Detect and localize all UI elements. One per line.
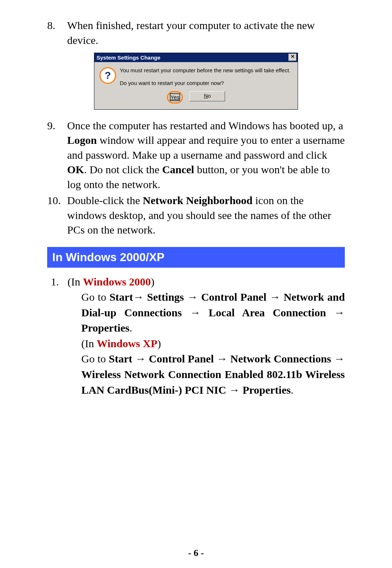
question-icon: ? [99,67,116,84]
list-item: 8. When finished, restart your computer … [47,18,345,48]
dialog-titlebar: System Settings Change ✕ [94,53,298,62]
yes-button[interactable]: Yes [170,94,180,101]
list-number: 9. [47,118,67,192]
list-item: 9. Once the computer has restarted and W… [47,118,345,192]
list-item: 10. Double-click the Network Neighborhoo… [47,193,345,238]
list-text: Once the computer has restarted and Wind… [67,118,345,192]
highlight-circle: Yes [167,91,183,104]
dialog-title: System Settings Change [97,54,160,61]
dialog-illustration: System Settings Change ✕ ? You must rest… [47,53,345,110]
list-text: Double-click the Network Neighborhood ic… [67,193,345,238]
list-text: (In Windows 2000) Go to Start→ Settings … [68,274,345,398]
dialog-message-2: Do you want to restart your computer now… [120,80,294,87]
list-number: 10. [47,193,67,238]
list-text: When finished, restart your computer to … [67,18,345,48]
dialog-window: System Settings Change ✕ ? You must rest… [94,53,298,110]
list-number: 1. [47,274,68,398]
page-number: - 6 - [0,548,392,559]
section-heading: In Windows 2000/XP [47,247,345,268]
no-button[interactable]: No [189,91,225,101]
list-item: 1. (In Windows 2000) Go to Start→ Settin… [47,274,345,398]
close-icon[interactable]: ✕ [289,54,297,61]
list-number: 8. [47,18,67,48]
dialog-message-1: You must restart your computer before th… [120,67,294,74]
